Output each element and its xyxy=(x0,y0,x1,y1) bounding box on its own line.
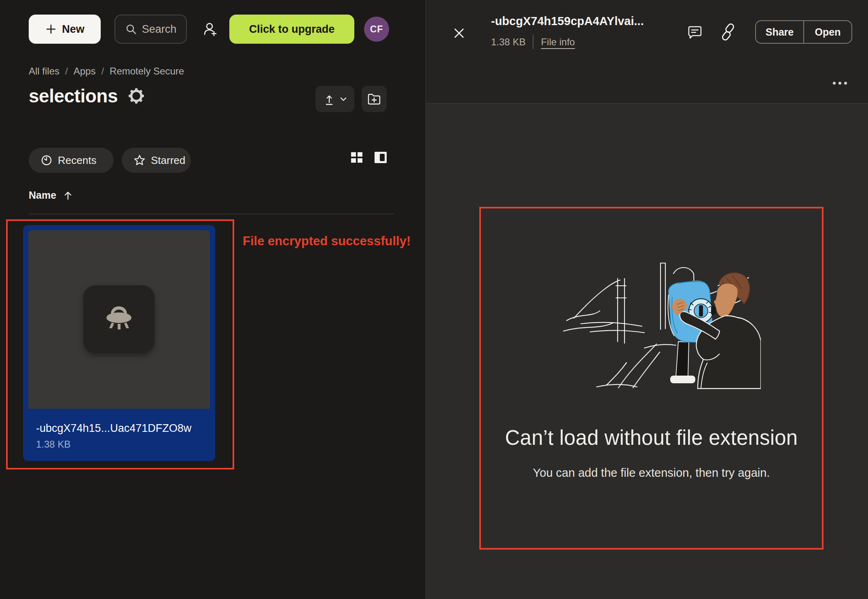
chevron-down-icon xyxy=(339,95,347,103)
invite-members-icon[interactable] xyxy=(201,20,218,38)
share-button[interactable]: Share xyxy=(756,21,803,43)
error-heading: Can’t load without file extension xyxy=(479,426,824,450)
breadcrumb-all-files[interactable]: All files xyxy=(29,66,59,77)
upgrade-button[interactable]: Click to upgrade xyxy=(229,15,354,44)
annotation-text: File encrypted successfully! xyxy=(243,234,411,249)
new-folder-button[interactable] xyxy=(362,86,387,112)
search-button-label: Search xyxy=(142,23,177,36)
open-button[interactable]: Open xyxy=(804,21,851,43)
viewer-illustration xyxy=(559,255,761,393)
page-title-row: selections xyxy=(29,85,144,107)
new-button-label: New xyxy=(62,23,85,36)
breadcrumb-separator: / xyxy=(65,66,68,77)
filter-recents-label: Recents xyxy=(58,154,96,167)
meta-divider xyxy=(533,35,534,49)
more-options-icon[interactable] xyxy=(830,78,849,88)
grid-view-icon[interactable] xyxy=(348,149,365,166)
filter-recents[interactable]: Recents xyxy=(29,148,114,173)
filter-starred-label: Starred xyxy=(151,154,185,167)
star-icon xyxy=(133,154,146,167)
file-info-link[interactable]: File info xyxy=(541,36,575,48)
dropbox-app: New Search Click to upgrade CF All files… xyxy=(0,0,868,599)
preview-panel: -ubcgX74h159cpA4AYlvai... 1.38 KB File i… xyxy=(426,0,868,599)
file-thumbnail xyxy=(28,230,210,409)
comments-icon[interactable] xyxy=(686,23,703,40)
new-button[interactable]: New xyxy=(29,15,101,44)
files-panel: New Search Click to upgrade CF All files… xyxy=(0,0,426,599)
preview-file-size: 1.38 KB xyxy=(491,36,525,48)
avatar[interactable]: CF xyxy=(364,17,389,42)
upload-button[interactable] xyxy=(315,86,354,112)
plus-icon xyxy=(45,23,57,35)
breadcrumb: All files / Apps / Remotely Secure xyxy=(29,66,184,77)
close-icon[interactable] xyxy=(451,25,467,41)
search-icon xyxy=(125,23,137,35)
breadcrumb-remotely-secure[interactable]: Remotely Secure xyxy=(110,66,184,77)
file-size: 1.38 KB xyxy=(36,439,70,450)
column-header-name[interactable]: Name xyxy=(29,189,73,201)
sort-ascending-icon xyxy=(63,190,73,201)
split-view-icon[interactable] xyxy=(372,149,389,166)
preview-header: -ubcgX74h159cpA4AYlvai... 1.38 KB File i… xyxy=(426,0,868,104)
page-title: selections xyxy=(29,85,118,107)
list-divider xyxy=(29,214,394,214)
clock-icon xyxy=(40,154,53,167)
name-header-label: Name xyxy=(29,189,56,201)
search-button[interactable]: Search xyxy=(114,15,187,44)
folder-settings-gear-icon[interactable] xyxy=(128,88,144,104)
file-name: -ubcgX74h15...Uac471DFZO8w xyxy=(36,422,206,435)
filter-starred[interactable]: Starred xyxy=(122,148,191,173)
breadcrumb-apps[interactable]: Apps xyxy=(74,66,96,77)
share-open-group: Share Open xyxy=(755,20,852,44)
preview-meta: 1.38 KB File info xyxy=(491,35,575,49)
file-type-tile xyxy=(83,285,155,353)
error-subtext: You can add the file extension, then try… xyxy=(479,466,824,480)
preview-file-title: -ubcgX74h159cpA4AYlvai... xyxy=(491,15,644,28)
breadcrumb-separator: / xyxy=(101,66,104,77)
ufo-icon xyxy=(100,303,138,336)
copy-link-icon[interactable] xyxy=(720,23,737,40)
file-tile-selected[interactable]: -ubcgX74h15...Uac471DFZO8w 1.38 KB xyxy=(23,225,215,461)
